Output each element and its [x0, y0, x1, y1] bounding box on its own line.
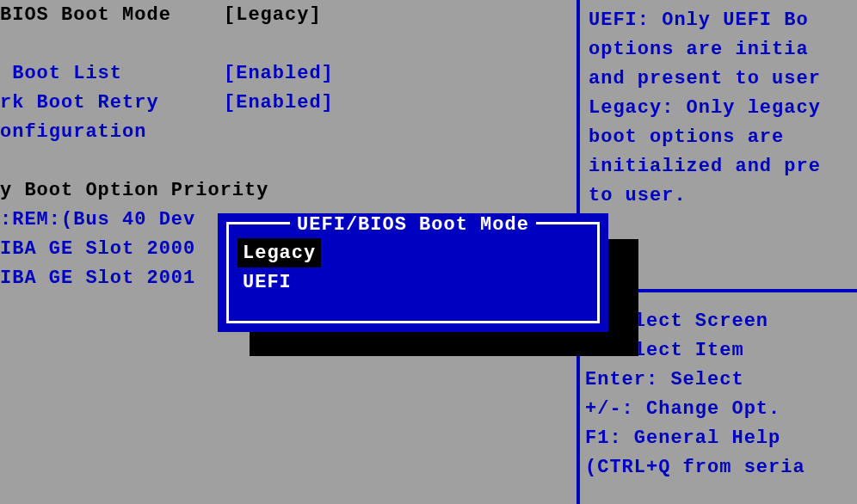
key-help-line: Enter: Select — [585, 365, 850, 394]
setting-value: [Enabled] — [224, 92, 334, 114]
popup-option-uefi[interactable]: UEFI — [237, 267, 589, 297]
key-help-line: (CTRL+Q from seria — [585, 452, 850, 482]
popup-title-wrap: UEFI/BIOS Boot Mode — [229, 214, 597, 236]
help-text-line: initialized and pre — [589, 151, 850, 181]
blank-row — [0, 146, 576, 175]
help-text-line: UEFI: Only UEFI Bo — [589, 5, 850, 34]
blank-row — [0, 29, 576, 58]
help-text-line: boot options are — [589, 122, 850, 151]
setting-label: BIOS Boot Mode — [0, 4, 224, 26]
setting-boot-list[interactable]: Boot List [Enabled] — [0, 58, 576, 88]
help-text-line: and present to user — [589, 64, 850, 93]
setting-boot-mode[interactable]: BIOS Boot Mode [Legacy] — [0, 0, 576, 29]
boot-mode-popup: UEFI/BIOS Boot Mode Legacy UEFI — [218, 213, 608, 332]
setting-value: [Enabled] — [224, 63, 334, 84]
key-help-line: F1: General Help — [585, 423, 850, 452]
setting-value: [Legacy] — [224, 4, 322, 26]
key-help-line: +/-: Change Opt. — [585, 394, 850, 423]
popup-title: UEFI/BIOS Boot Mode — [290, 214, 536, 236]
boot-priority-header: y Boot Option Priority — [0, 175, 576, 205]
popup-option-legacy[interactable]: Legacy — [237, 238, 321, 267]
setting-label: rk Boot Retry — [0, 92, 224, 114]
help-text-line: options are initia — [589, 34, 850, 64]
help-text-line: Legacy: Only legacy — [589, 93, 850, 122]
help-text-line: to user. — [589, 181, 850, 210]
popup-border: UEFI/BIOS Boot Mode Legacy UEFI — [226, 222, 600, 323]
setting-boot-retry[interactable]: rk Boot Retry [Enabled] — [0, 88, 576, 117]
setting-label: onfiguration — [0, 121, 224, 143]
setting-label: Boot List — [0, 63, 224, 84]
setconfig'[interactable]: onfiguration — [0, 117, 576, 146]
